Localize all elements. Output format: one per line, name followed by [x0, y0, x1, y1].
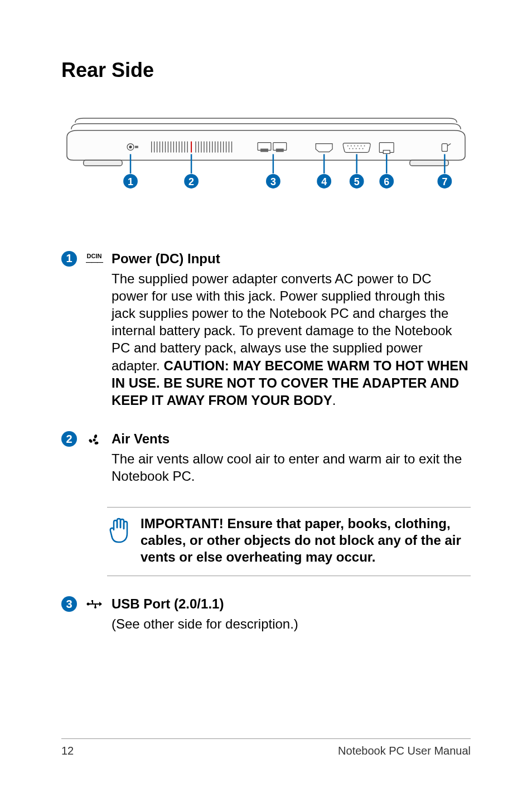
dc-in-icon: DCIN——— — [86, 251, 103, 265]
svg-marker-74 — [99, 602, 102, 606]
item-title: Air Vents — [112, 431, 471, 447]
footer-right: Notebook PC User Manual — [338, 745, 471, 757]
item-body: (See other side for description.) — [112, 615, 471, 632]
item-body: The supplied power adapter converts AC p… — [112, 270, 471, 409]
callout-3: 3 — [270, 176, 276, 187]
svg-rect-4 — [135, 146, 138, 148]
svg-point-44 — [364, 146, 365, 147]
page-footer: 12 Notebook PC User Manual — [61, 738, 471, 757]
svg-rect-38 — [276, 148, 284, 152]
svg-point-40 — [351, 146, 352, 147]
svg-rect-76 — [92, 601, 93, 604]
svg-point-41 — [354, 146, 355, 147]
rear-side-diagram: 1 2 3 4 5 6 7 — [61, 113, 471, 207]
svg-point-47 — [356, 148, 357, 149]
note-text: IMPORTANT! Ensure that paper, books, clo… — [141, 515, 471, 566]
svg-point-39 — [347, 146, 349, 147]
svg-point-42 — [357, 146, 359, 147]
callout-1: 1 — [128, 176, 133, 187]
item-usb-port: 3 USB Port (2.0/1.1) (See other side for… — [61, 596, 471, 650]
item-body: The air vents allow cool air to enter an… — [112, 450, 471, 485]
callout-4: 4 — [321, 176, 327, 187]
usb-icon — [86, 596, 103, 610]
svg-rect-0 — [84, 160, 122, 166]
svg-point-46 — [352, 148, 354, 149]
svg-rect-51 — [383, 150, 390, 153]
svg-point-70 — [88, 438, 93, 443]
item-title: USB Port (2.0/1.1) — [112, 596, 471, 612]
svg-rect-52 — [442, 144, 447, 152]
item-number: 2 — [61, 431, 77, 447]
callout-6: 6 — [384, 176, 389, 187]
item-number: 1 — [61, 251, 77, 267]
hand-stop-icon — [107, 515, 129, 566]
callout-2: 2 — [188, 176, 194, 187]
important-note: IMPORTANT! Ensure that paper, books, clo… — [107, 507, 471, 576]
svg-rect-36 — [260, 148, 268, 152]
item-title: Power (DC) Input — [112, 251, 471, 267]
callout-5: 5 — [354, 176, 360, 187]
item-number: 3 — [61, 596, 77, 612]
svg-point-69 — [94, 434, 98, 438]
svg-point-68 — [93, 439, 96, 442]
svg-point-48 — [359, 148, 360, 149]
item-air-vents: 2 Air Vents The air vents allow cool air… — [61, 431, 471, 503]
svg-rect-1 — [410, 160, 448, 166]
svg-point-45 — [349, 148, 350, 149]
callout-7: 7 — [442, 176, 447, 187]
svg-point-71 — [94, 441, 99, 445]
page-number: 12 — [61, 745, 74, 757]
caution-text: CAUTION: MAY BECOME WARM TO HOT WHEN IN … — [112, 358, 468, 408]
svg-rect-73 — [88, 603, 99, 605]
svg-rect-78 — [95, 604, 96, 607]
fan-icon — [86, 431, 103, 447]
page-title: Rear Side — [61, 59, 471, 82]
svg-point-49 — [362, 148, 364, 149]
svg-point-3 — [129, 146, 132, 148]
item-power-dc-input: 1 DCIN——— Power (DC) Input The supplied … — [61, 251, 471, 427]
svg-point-43 — [361, 146, 362, 147]
